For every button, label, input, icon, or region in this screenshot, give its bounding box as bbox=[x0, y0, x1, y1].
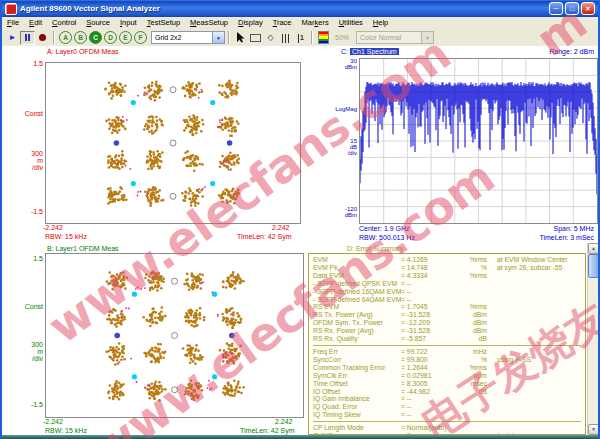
c-y-scale-label: 15 dB /div bbox=[348, 138, 357, 156]
quadrant-d: D: Error Summary EVM= 4.1269%rmsat EVM W… bbox=[307, 243, 598, 435]
marker-diamond-icon: ◇ bbox=[267, 33, 273, 42]
menu-display[interactable]: Display bbox=[233, 17, 268, 29]
pause-icon bbox=[25, 34, 30, 41]
b-y-scale-label: 300 m /div bbox=[31, 341, 43, 362]
constellation-plot-a[interactable] bbox=[45, 62, 301, 224]
trace-button-f[interactable]: F bbox=[134, 31, 147, 44]
menu-input[interactable]: Input bbox=[115, 17, 142, 29]
trace-c-title[interactable]: C: Ch1 Spectrum bbox=[341, 48, 399, 55]
spectrum-plot-c[interactable] bbox=[359, 58, 598, 224]
trace-a-title[interactable]: A: Layer0 OFDM Meas bbox=[47, 48, 119, 55]
summary-row: - 3GPP-defined QPSK EVM= -- bbox=[313, 280, 585, 288]
a-y-scale-label: 300 m /div bbox=[31, 150, 43, 171]
a-y-format-label: Const bbox=[25, 110, 43, 117]
trace-b-title[interactable]: B: Layer1 OFDM Meas bbox=[47, 245, 119, 252]
toolbar-separator bbox=[228, 31, 230, 44]
menu-meassetup[interactable]: MeasSetup bbox=[185, 17, 233, 29]
scrollbar-thumb[interactable] bbox=[588, 254, 599, 278]
offset-marker-button[interactable] bbox=[278, 31, 293, 45]
summary-row: RS Rx. Power (Avg)= -31.528dBm bbox=[313, 327, 585, 335]
maximize-button[interactable]: □ bbox=[565, 2, 579, 15]
summary-row: RS Rx. Quality= -5.857dB bbox=[313, 335, 585, 343]
chevron-down-icon[interactable]: ▼ bbox=[421, 32, 433, 43]
summary-row: RS Tx. Power (Avg)= -31.528dBm bbox=[313, 311, 585, 319]
quadrant-a: A: Layer0 OFDM Meas 1.5 Const 300 m /div… bbox=[2, 46, 339, 243]
chevron-down-icon[interactable]: ▼ bbox=[212, 32, 224, 43]
menu-testsetup[interactable]: TestSetup bbox=[142, 17, 185, 29]
menu-source[interactable]: Source bbox=[81, 17, 115, 29]
summary-row: - 3GPP-defined 16QAM EVM= -- bbox=[313, 288, 585, 296]
c-y-format-label: LogMag bbox=[335, 106, 357, 112]
trace-button-a[interactable]: A bbox=[59, 31, 72, 44]
summary-row: - 3GPP-defined 64QAM EVM= -- bbox=[313, 296, 585, 304]
summary-row: CP Length Mode= Normal(auto) bbox=[313, 424, 585, 432]
b-y-top-label: 1.5 bbox=[33, 255, 43, 262]
toolbar-separator bbox=[311, 31, 313, 44]
summary-scrollbar[interactable]: ▲ ▼ bbox=[587, 243, 598, 435]
a-rbw-label: RBW: 15 kHz bbox=[45, 233, 87, 240]
pause-button[interactable] bbox=[20, 31, 35, 45]
b-y-bottom-label: -1.5 bbox=[31, 401, 43, 408]
summary-separator bbox=[313, 345, 581, 346]
color-scale-icon bbox=[318, 31, 329, 44]
trace-button-c[interactable]: C bbox=[89, 31, 102, 44]
trace-button-e[interactable]: E bbox=[119, 31, 132, 44]
zoom-box-icon bbox=[250, 34, 261, 42]
menu-file[interactable]: File bbox=[2, 17, 24, 29]
summary-row: EVM Pk= 14.748%at sym 26, subcar -55 bbox=[313, 264, 585, 272]
summary-row: Common Tracking Error= 1.2644%rms bbox=[313, 364, 585, 372]
play-icon: ► bbox=[9, 31, 17, 45]
record-button[interactable] bbox=[35, 31, 50, 45]
scroll-down-icon[interactable]: ▼ bbox=[588, 424, 599, 435]
toolbar: ► ABCDEF Grid 2x2 ▼ ◇ 1 50% Color Normal bbox=[2, 29, 598, 47]
a-y-top-label: 1.5 bbox=[33, 60, 43, 67]
summary-row: IQ Offset= -44.982dB bbox=[313, 388, 585, 396]
trace-button-b[interactable]: B bbox=[74, 31, 87, 44]
app-icon bbox=[5, 3, 17, 15]
b-y-format-label: Const bbox=[25, 303, 43, 310]
summary-row: Time Offset= 8.3005msec bbox=[313, 380, 585, 388]
summary-row: OFDM Sym. Tx. Power= -12.209dBm bbox=[313, 319, 585, 327]
peak-marker-button[interactable]: 1 bbox=[293, 31, 308, 45]
c-y-top-label: 30 dBm bbox=[345, 58, 357, 70]
offset-markers-icon bbox=[281, 29, 290, 47]
c-center-label: Center: 1.9 GHz bbox=[359, 225, 410, 232]
summary-row: SymClk Err= 0.02981ppm bbox=[313, 372, 585, 380]
a-y-bottom-label: -1.5 bbox=[31, 208, 43, 215]
constellation-plot-b[interactable] bbox=[45, 253, 304, 418]
measurement-area: A: Layer0 OFDM Meas 1.5 Const 300 m /div… bbox=[2, 46, 598, 435]
trace-c-selected-title[interactable]: Ch1 Spectrum bbox=[350, 48, 399, 55]
menu-trace[interactable]: Trace bbox=[268, 17, 297, 29]
menu-control[interactable]: Control bbox=[47, 17, 81, 29]
play-button[interactable]: ► bbox=[5, 31, 20, 45]
close-button[interactable]: ✕ bbox=[581, 2, 595, 15]
select-tool-button[interactable] bbox=[233, 31, 248, 45]
marker-tool-button[interactable]: ◇ bbox=[263, 31, 278, 45]
summary-row: IQ Timing Skew= -- bbox=[313, 411, 585, 419]
zoom-box-tool-button[interactable] bbox=[248, 31, 263, 45]
summary-row: EVM= 4.1269%rmsat EVM Window Center bbox=[313, 256, 585, 264]
color-mode-select[interactable]: Color Normal ▼ bbox=[356, 31, 434, 44]
c-span-label: Span: 5 MHz bbox=[554, 225, 594, 232]
trace-button-d[interactable]: D bbox=[104, 31, 117, 44]
grid-layout-select[interactable]: Grid 2x2 ▼ bbox=[151, 31, 225, 44]
summary-row: SyncCorr= 99.800%using P-SS bbox=[313, 356, 585, 364]
summary-row: RS EVM= 1.7045%rms bbox=[313, 303, 585, 311]
scroll-up-icon[interactable]: ▲ bbox=[588, 243, 599, 254]
summary-row: IQ Quad. Error= -- bbox=[313, 403, 585, 411]
menu-markers[interactable]: Markers bbox=[297, 17, 334, 29]
error-summary-table: EVM= 4.1269%rmsat EVM Window CenterEVM P… bbox=[308, 253, 586, 435]
b-x-left-label: -2.242 bbox=[43, 418, 63, 425]
b-timelen-label: TimeLen: 42 Sym bbox=[240, 427, 295, 434]
c-timelen-label: TimeLen: 3 mSec bbox=[539, 234, 594, 241]
menu-utilities[interactable]: Utilities bbox=[334, 17, 368, 29]
minimize-button[interactable]: ─ bbox=[549, 2, 563, 15]
b-rbw-label: RBW: 15 kHz bbox=[45, 427, 87, 434]
title-bar[interactable]: Agilent 89600 Vector Signal Analyzer ─ □… bbox=[2, 0, 598, 17]
trace-d-title[interactable]: D: Error Summary bbox=[347, 245, 403, 252]
a-x-right-label: 2.242 bbox=[272, 224, 290, 231]
menu-edit[interactable]: Edit bbox=[24, 17, 47, 29]
toolbar-separator bbox=[53, 31, 55, 44]
menu-help[interactable]: Help bbox=[368, 17, 393, 29]
grid-layout-value: Grid 2x2 bbox=[152, 34, 212, 41]
